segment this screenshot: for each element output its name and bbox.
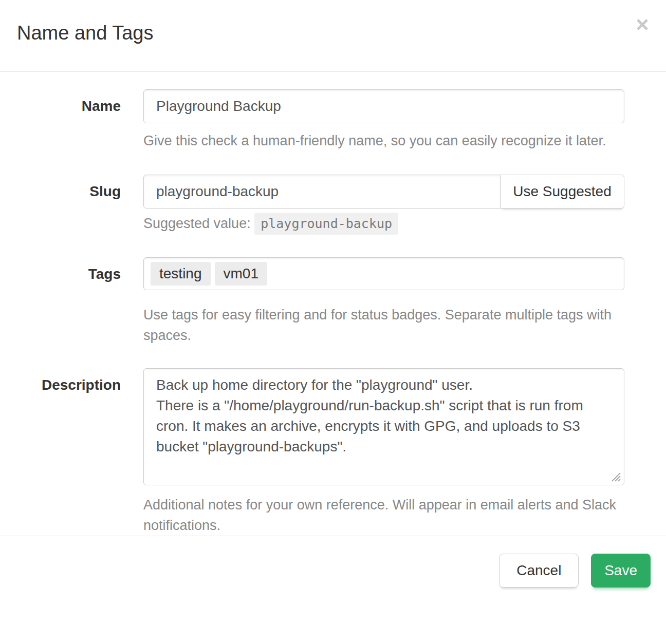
name-input[interactable] — [143, 89, 624, 123]
save-button[interactable]: Save — [591, 554, 651, 588]
dialog-title: Name and Tags — [17, 22, 649, 44]
name-help-text: Give this check a human-friendly name, s… — [143, 131, 624, 150]
tags-help-text: Use tags for easy filtering and for stat… — [143, 305, 624, 346]
description-field-row: Description Back up home directory for t… — [17, 368, 624, 536]
slug-input-group: Use Suggested — [143, 175, 624, 209]
name-label: Name — [17, 89, 143, 150]
tag-chip-testing[interactable]: testing — [151, 262, 211, 286]
suggested-value-line: Suggested value: playground-backup — [143, 216, 624, 232]
tags-field-row: Tags testing vm01 Use tags for easy filt… — [17, 257, 624, 346]
suggested-value-code: playground-backup — [254, 213, 398, 235]
tag-chip-vm01[interactable]: vm01 — [215, 262, 267, 286]
description-textarea[interactable]: Back up home directory for the "playgrou… — [143, 368, 624, 485]
slug-field-row: Slug Use Suggested Suggested value: play… — [17, 175, 624, 232]
suggested-value-label: Suggested value: — [143, 216, 251, 231]
dialog-body: Name Give this check a human-friendly na… — [0, 72, 666, 536]
close-icon — [636, 25, 649, 33]
description-label: Description — [17, 368, 143, 536]
slug-label: Slug — [17, 175, 143, 232]
dialog-footer: Cancel Save — [0, 536, 666, 588]
close-button[interactable] — [633, 15, 652, 34]
slug-input[interactable] — [143, 175, 501, 209]
description-help-text: Additional notes for your own reference.… — [143, 495, 624, 536]
name-and-tags-dialog: Name and Tags Name Give this check a hum… — [0, 0, 666, 588]
dialog-header: Name and Tags — [0, 0, 666, 72]
tags-label: Tags — [17, 257, 143, 346]
cancel-button[interactable]: Cancel — [499, 554, 579, 588]
use-suggested-button[interactable]: Use Suggested — [500, 175, 624, 209]
name-field-row: Name Give this check a human-friendly na… — [17, 89, 624, 150]
textarea-resize-handle[interactable] — [610, 471, 621, 482]
tags-input[interactable]: testing vm01 — [143, 257, 624, 290]
